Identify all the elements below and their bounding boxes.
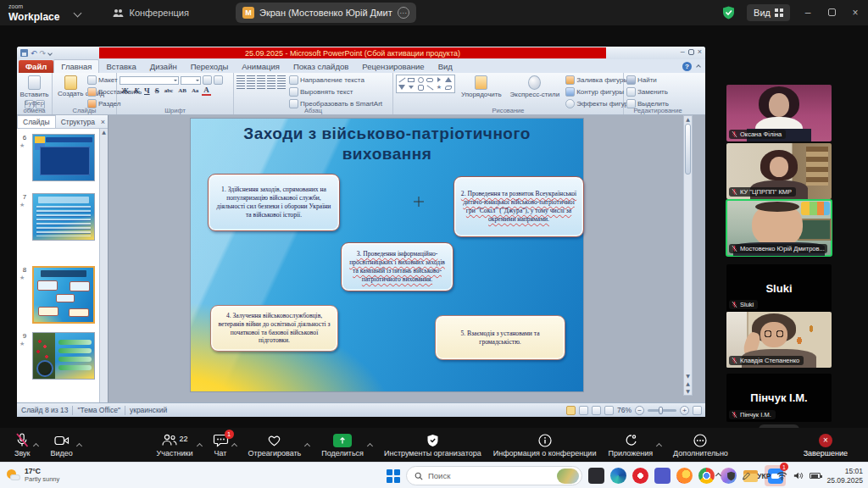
taskbar-app-icon[interactable]: [588, 468, 604, 484]
participants-control[interactable]: 22 Участники: [157, 433, 202, 458]
zoom-in-button[interactable]: +: [680, 406, 689, 415]
language-indicator[interactable]: украинский: [130, 406, 167, 414]
firefox-icon[interactable]: [676, 468, 693, 484]
undo-icon[interactable]: ↶: [31, 49, 37, 58]
meeting-info-control[interactable]: Информация о конференции: [493, 433, 597, 458]
scroll-up-icon[interactable]: ▲: [686, 116, 690, 122]
char-spacing-button[interactable]: АВ: [176, 87, 188, 94]
security-shield-icon[interactable]: [722, 6, 735, 19]
shape-brace-icon[interactable]: [445, 86, 452, 90]
next-slide-icon[interactable]: ▼: [686, 388, 690, 394]
underline-button[interactable]: Ч: [142, 86, 152, 95]
numbering-icon[interactable]: [247, 75, 255, 82]
audio-control[interactable]: Звук: [14, 433, 38, 458]
participant-tile-ku-cprpp[interactable]: КУ "ЦПРПП" КМР: [726, 143, 832, 199]
view-button[interactable]: Вид: [747, 4, 790, 21]
participant-tile-klavdiia[interactable]: Клавдія Степаненко: [726, 312, 832, 368]
opera-icon[interactable]: [632, 468, 648, 484]
weather-widget[interactable]: 17°C Partly sunny: [7, 468, 59, 483]
shapes-gallery[interactable]: ★: [396, 75, 455, 93]
indent-increase-icon[interactable]: [267, 75, 275, 82]
search-box[interactable]: Поиск: [406, 466, 582, 485]
end-meeting-control[interactable]: × Завершение: [804, 433, 848, 458]
more-control[interactable]: Дополнительно: [673, 433, 728, 458]
share-screen-control[interactable]: Поделиться: [321, 433, 372, 458]
change-case-button[interactable]: Аа: [190, 87, 200, 94]
wifi-icon[interactable]: [776, 471, 787, 480]
shape-triangle-icon[interactable]: [445, 77, 452, 82]
shape-triangle2-icon[interactable]: [398, 85, 405, 90]
arrange-button[interactable]: Упорядочить: [459, 75, 504, 99]
text-direction-button[interactable]: Направление текста: [289, 75, 382, 85]
scroll-down-icon[interactable]: ▼: [686, 373, 690, 379]
thumbnail-slide-8-selected[interactable]: 8 ★: [19, 266, 98, 327]
tab-insert[interactable]: Вставка: [99, 60, 142, 73]
slide-box-2[interactable]: 2. Проведення та розвиток Всеукраїнської…: [453, 176, 584, 237]
align-text-button[interactable]: Выровнять текст: [289, 87, 382, 97]
share-options-chevron[interactable]: [368, 436, 372, 452]
justify-icon[interactable]: [267, 83, 275, 90]
tab-slideshow[interactable]: Показ слайдов: [287, 60, 355, 73]
maximize-button[interactable]: [826, 7, 837, 19]
tab-options-icon[interactable]: ···: [398, 7, 409, 19]
chat-control[interactable]: 1 Чат: [214, 433, 236, 458]
antivirus-shield-icon[interactable]: [726, 471, 736, 481]
thumbnail-slide-9[interactable]: 9 ★: [19, 332, 98, 381]
new-slide-button[interactable]: Создать слайд: [55, 75, 86, 109]
pen-input-icon[interactable]: [742, 471, 751, 481]
font-color-button[interactable]: А: [202, 86, 211, 96]
ppt-minimize-button[interactable]: –: [681, 47, 685, 56]
participant-tile-pinchuk[interactable]: Пінчук І.М. Пінчук І.М.: [726, 374, 832, 422]
line-spacing-icon[interactable]: [277, 75, 286, 82]
shape-rect-icon[interactable]: [408, 78, 415, 82]
slide-box-5[interactable]: 5. Взаємодія з установами та громадськіс…: [435, 315, 565, 360]
participant-tile-sluki[interactable]: Sluki Sluki: [726, 264, 832, 312]
participant-tile-oksana[interactable]: Оксана Філіна: [726, 85, 832, 141]
tab-design[interactable]: Дизайн: [143, 60, 184, 73]
participant-tile-mostovenko-active-speaker[interactable]: Мостовенко Юрій Дмитров...: [726, 200, 832, 256]
shape-outline-button[interactable]: Контур фигуры: [565, 87, 628, 97]
zoom-slider-knob[interactable]: [659, 407, 663, 414]
edge-icon[interactable]: [610, 468, 626, 484]
grow-font-icon[interactable]: [203, 75, 212, 85]
pane-close-icon[interactable]: ×: [101, 118, 105, 126]
previous-slide-icon[interactable]: ▲: [686, 380, 690, 386]
save-icon[interactable]: [20, 49, 28, 57]
tab-transitions[interactable]: Переходы: [184, 60, 236, 73]
font-name-combobox[interactable]: [120, 76, 179, 85]
slide-box-4[interactable]: 4. Залучення військовослужбовців, ветера…: [210, 305, 338, 352]
shape-ellipse-icon[interactable]: [418, 77, 424, 83]
shape-rounded-rect-icon[interactable]: [426, 78, 433, 82]
italic-button[interactable]: К: [132, 86, 141, 95]
bold-button[interactable]: Ж: [120, 86, 131, 95]
align-right-icon[interactable]: [257, 83, 265, 90]
shape-star-icon[interactable]: ★: [437, 85, 442, 91]
find-button[interactable]: Найти: [626, 75, 689, 85]
slides-pane-tab[interactable]: Слайды: [17, 115, 56, 128]
tab-home[interactable]: Главная: [53, 59, 99, 73]
redo-icon[interactable]: ↷: [40, 49, 47, 58]
current-slide[interactable]: Заходи з військово-патріотичного вихован…: [191, 119, 583, 391]
qat-dropdown-icon[interactable]: [47, 51, 53, 56]
font-size-combobox[interactable]: [181, 76, 201, 85]
scrollbar-thumb[interactable]: [685, 124, 691, 175]
tab-screen-share[interactable]: M Экран (Мостовенко Юрій Дмит ···: [236, 3, 416, 23]
slide-scrollbar[interactable]: ▲ ▼ ▲ ▼: [683, 115, 693, 396]
shape-line-icon[interactable]: [398, 77, 405, 82]
tray-overflow-chevron[interactable]: [715, 473, 721, 479]
quick-styles-button[interactable]: Экспресс-стили: [508, 75, 563, 99]
tab-file[interactable]: Файл: [19, 60, 53, 73]
indent-decrease-icon[interactable]: [257, 75, 265, 82]
reactions-options-chevron[interactable]: [305, 436, 309, 452]
speaker-icon[interactable]: [793, 471, 804, 480]
language-indicator[interactable]: УКР: [757, 472, 771, 480]
start-button[interactable]: [386, 469, 400, 483]
shape-fill-button[interactable]: Заливка фигуры: [565, 75, 628, 85]
audio-options-chevron[interactable]: [34, 436, 38, 452]
shape-callout-icon[interactable]: [418, 85, 424, 91]
normal-view-icon[interactable]: [566, 406, 576, 415]
chrome-icon[interactable]: [698, 468, 715, 484]
outline-pane-tab[interactable]: Структура: [56, 116, 100, 128]
collapse-ribbon-icon[interactable]: [696, 64, 701, 69]
ppt-maximize-button[interactable]: [688, 49, 694, 55]
